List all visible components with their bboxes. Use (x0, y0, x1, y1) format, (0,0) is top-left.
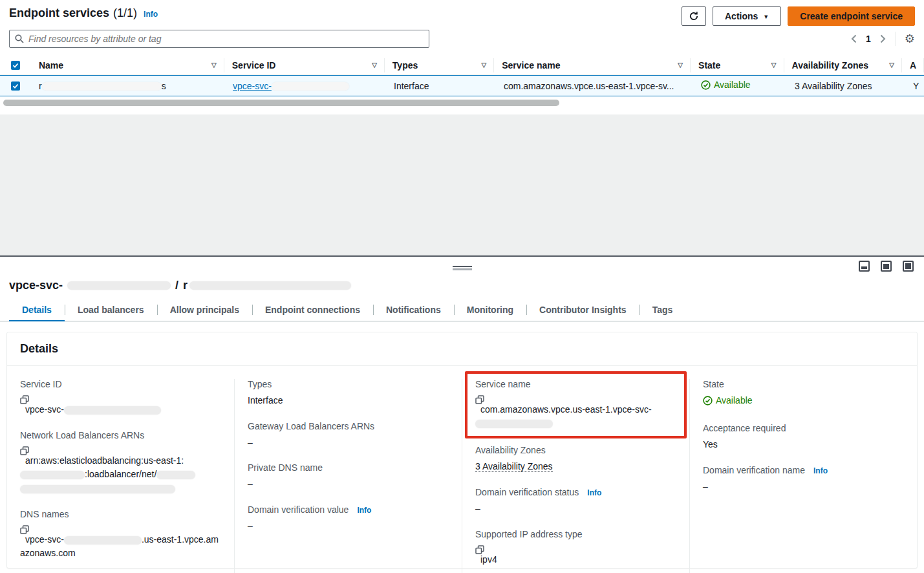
column-header-types[interactable]: Types ▽ (385, 58, 494, 72)
panel-size-medium-icon[interactable] (881, 261, 892, 272)
field-value: vpce-svc- (20, 394, 221, 417)
panel-resize-handle[interactable] (453, 266, 472, 270)
field-availability-zones: Availability Zones 3 Availability Zones (475, 445, 676, 474)
table-settings-gear-icon[interactable]: ⚙ (905, 33, 915, 45)
copy-icon[interactable] (20, 525, 221, 534)
tab-contributor-insights[interactable]: Contributor Insights (526, 300, 639, 321)
endpoint-services-table: Name ▽ Service ID ▽ Types ▽ Service name… (0, 56, 924, 106)
select-all-checkbox[interactable] (11, 61, 20, 70)
search-box[interactable] (9, 30, 429, 48)
nlb-arn-line2-mid: :loadbalancer/net/ (85, 469, 156, 479)
sort-icon[interactable]: ▽ (771, 61, 777, 69)
details-card-heading: Details (7, 332, 917, 366)
field-label: Supported IP address type (475, 529, 676, 539)
tab-details[interactable]: Details (9, 300, 65, 321)
service-name-value-prefix: com.amazonaws.vpce.us-east-1.vpce-svc- (480, 404, 652, 415)
search-icon (15, 34, 24, 43)
field-service-name: Service name com.amazonaws.vpce.us-east-… (475, 379, 676, 431)
dns-name-prefix: vpce-svc- (25, 534, 64, 545)
row-az-cell: 3 Availability Zones (787, 81, 905, 91)
field-label: Domain verification value (248, 504, 349, 515)
tab-allow-principals[interactable]: Allow principals (157, 300, 252, 321)
sort-icon[interactable]: ▽ (678, 61, 683, 69)
redacted-text (189, 281, 351, 290)
page-title-text: Endpoint services (9, 6, 109, 20)
state-value: Available (716, 394, 753, 408)
field-value: – (248, 519, 449, 534)
sort-icon[interactable]: ▽ (372, 61, 377, 69)
field-domain-verification-name: Domain verification name Info – (703, 465, 904, 494)
column-header-acceptance-cut[interactable]: A (902, 58, 924, 72)
row-checkbox[interactable] (11, 81, 20, 91)
service-id-link[interactable]: vpce-svc- (233, 81, 349, 91)
copy-icon[interactable] (20, 446, 221, 455)
field-label: DNS names (20, 509, 221, 519)
panel-size-full-icon[interactable] (903, 261, 914, 272)
horizontal-scrollbar[interactable] (0, 100, 924, 106)
field-value: – (248, 436, 449, 450)
availability-zones-popover-link[interactable]: 3 Availability Zones (475, 461, 553, 472)
actions-button[interactable]: Actions ▼ (713, 6, 781, 26)
row-name-cell: rs (31, 81, 225, 91)
redacted-text (67, 281, 171, 290)
state-label: Available (714, 80, 751, 90)
panel-title-name-prefix: r (183, 279, 188, 292)
column-header-types-label: Types (392, 60, 418, 70)
scrollbar-thumb[interactable] (3, 100, 559, 106)
table-row[interactable]: rs vpce-svc- Interface com.amazonaws.vpc… (0, 75, 924, 96)
column-header-name[interactable]: Name ▽ (31, 58, 224, 72)
field-label: Private DNS name (248, 462, 449, 473)
info-link[interactable]: Info (813, 466, 828, 475)
column-header-service-name[interactable]: Service name ▽ (494, 58, 691, 72)
availability-zones-popover-link[interactable]: 3 Availability Zones (795, 81, 872, 91)
sort-icon[interactable]: ▽ (482, 61, 487, 69)
sort-icon[interactable]: ▽ (889, 61, 894, 69)
header-info-link[interactable]: Info (144, 10, 158, 19)
copy-icon[interactable] (475, 545, 676, 554)
create-endpoint-service-button[interactable]: Create endpoint service (788, 6, 915, 26)
nlb-arn-line2-prefix: 1: (176, 455, 184, 466)
info-link[interactable]: Info (587, 488, 601, 497)
column-header-az-label: Availability Zones (792, 60, 869, 70)
current-page-number[interactable]: 1 (866, 34, 871, 44)
sort-icon[interactable]: ▽ (211, 61, 217, 69)
row-state-cell: Available (693, 80, 787, 92)
resource-count: (1/1) (113, 6, 137, 20)
search-input[interactable] (28, 34, 424, 44)
column-header-name-label: Name (39, 60, 63, 70)
field-supported-ip: Supported IP address type ipv4 (475, 529, 676, 567)
column-header-state-label: State (698, 60, 720, 70)
field-label: Availability Zones (475, 445, 676, 455)
tab-monitoring[interactable]: Monitoring (454, 300, 526, 321)
redacted-text (42, 82, 162, 91)
copy-icon[interactable] (475, 395, 676, 404)
field-value: – (475, 502, 676, 516)
redacted-text (20, 485, 175, 493)
column-header-service-id[interactable]: Service ID ▽ (224, 58, 385, 72)
tab-tags[interactable]: Tags (639, 300, 686, 321)
service-id-value-prefix: vpce-svc- (25, 404, 64, 415)
tab-notifications[interactable]: Notifications (373, 300, 454, 321)
row-acceptance-cell-cut: Y (905, 81, 924, 91)
refresh-button[interactable] (682, 6, 706, 26)
redacted-text (475, 420, 553, 428)
details-card: Details Service ID vpce-svc- Network Loa… (6, 332, 918, 568)
panel-size-small-icon[interactable] (859, 261, 870, 272)
redacted-text (64, 536, 142, 545)
tab-load-balancers[interactable]: Load balancers (65, 300, 157, 321)
field-service-id: Service ID vpce-svc- (20, 379, 221, 417)
page-next-button[interactable] (880, 34, 886, 43)
field-types: Types Interface (248, 379, 449, 408)
field-label: Gateway Load Balancers ARNs (248, 421, 449, 431)
field-domain-verification-value: Domain verification value Info – (248, 504, 449, 534)
copy-icon[interactable] (20, 395, 221, 404)
column-header-availability-zones[interactable]: Availability Zones ▽ (784, 58, 902, 72)
page-previous-button[interactable] (851, 34, 857, 43)
info-link[interactable]: Info (357, 506, 371, 515)
tab-endpoint-connections[interactable]: Endpoint connections (252, 300, 373, 321)
column-header-acceptance-label: A (910, 60, 916, 70)
panel-title-separator: / (175, 279, 178, 292)
column-header-state[interactable]: State ▽ (691, 58, 784, 72)
field-value: arn:aws:elasticloadbalancing:us-east-1::… (20, 445, 221, 496)
field-value: Interface (248, 394, 449, 408)
